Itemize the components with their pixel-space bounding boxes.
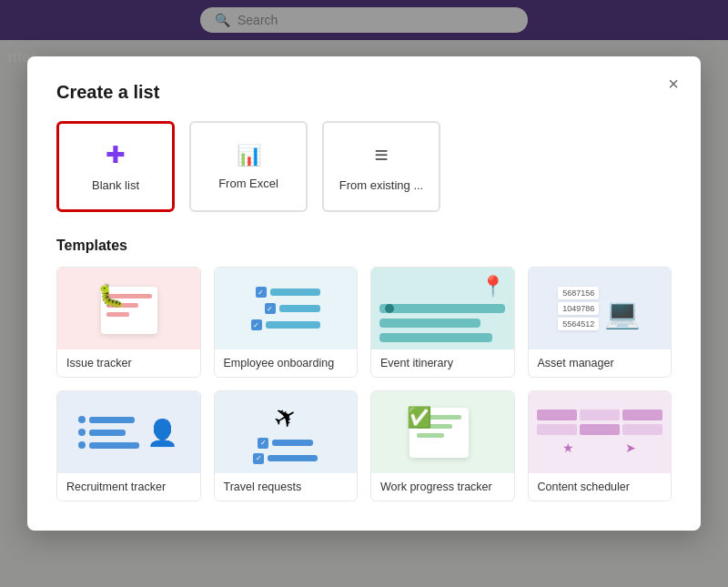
work-progress-tracker-label: Work progress tracker xyxy=(371,473,514,501)
issue-tracker-label: Issue tracker xyxy=(57,349,200,377)
modal-close-button[interactable]: × xyxy=(668,75,679,93)
arrow-right-icon: ➤ xyxy=(625,440,636,455)
person-icon: 👤 xyxy=(147,418,178,448)
content-scheduler-thumb: ★ ➤ xyxy=(529,391,672,473)
templates-grid: 🐛 Issue tracker ✓ xyxy=(56,267,672,501)
recruitment-tracker-thumb: 👤 xyxy=(57,391,200,473)
templates-section-title: Templates xyxy=(56,238,672,254)
create-options-row: ✚ Blank list 📊 From Excel ≡ From existin… xyxy=(56,121,672,212)
travel-requests-label: Travel requests xyxy=(215,473,358,501)
star-icon: ★ xyxy=(562,440,574,455)
from-existing-label: From existing ... xyxy=(339,178,423,192)
device-icon: 💻 xyxy=(604,296,641,330)
modal-title: Create a list xyxy=(56,82,672,103)
blank-list-option[interactable]: ✚ Blank list xyxy=(56,121,175,212)
blank-list-label: Blank list xyxy=(92,178,139,192)
check-icon: ✓ xyxy=(265,303,276,314)
plus-icon: ✚ xyxy=(106,141,126,169)
location-pin-icon: 📍 xyxy=(480,275,505,299)
travel-requests-thumb: ✈ ✓ ✓ xyxy=(215,391,358,473)
template-asset-manager[interactable]: 5687156 1049786 5564512 💻 Asset manager xyxy=(528,267,672,378)
employee-onboarding-thumb: ✓ ✓ ✓ xyxy=(215,268,358,349)
work-progress-thumb: ✅ xyxy=(371,391,514,473)
event-itinerary-label: Event itinerary xyxy=(371,349,514,377)
employee-onboarding-label: Employee onboarding xyxy=(215,349,358,377)
from-excel-label: From Excel xyxy=(218,177,278,190)
event-itinerary-thumb: 📍 xyxy=(371,268,514,349)
template-work-progress-tracker[interactable]: ✅ Work progress tracker xyxy=(370,390,515,501)
asset-manager-label: Asset manager xyxy=(529,349,672,377)
from-existing-option[interactable]: ≡ From existing ... xyxy=(322,121,440,212)
template-issue-tracker[interactable]: 🐛 Issue tracker xyxy=(56,267,201,378)
recruitment-tracker-label: Recruitment tracker xyxy=(57,473,200,501)
from-excel-option[interactable]: 📊 From Excel xyxy=(189,121,308,212)
issue-tracker-thumb: 🐛 xyxy=(57,268,200,349)
template-travel-requests[interactable]: ✈ ✓ ✓ Travel requests xyxy=(214,390,359,501)
check-icon: ✓ xyxy=(251,319,262,330)
list-icon: ≡ xyxy=(374,141,388,169)
excel-icon: 📊 xyxy=(237,144,261,167)
content-scheduler-label: Content scheduler xyxy=(529,473,672,501)
bug-icon: 🐛 xyxy=(97,283,125,309)
create-list-modal: Create a list × ✚ Blank list 📊 From Exce… xyxy=(27,56,701,531)
template-recruitment-tracker[interactable]: 👤 Recruitment tracker xyxy=(56,390,201,501)
template-employee-onboarding[interactable]: ✓ ✓ ✓ xyxy=(214,267,359,378)
modal-overlay: Create a list × ✚ Blank list 📊 From Exce… xyxy=(0,0,728,587)
airplane-icon: ✈ xyxy=(268,398,303,437)
asset-manager-thumb: 5687156 1049786 5564512 💻 xyxy=(529,268,672,349)
check-icon: ✓ xyxy=(256,287,267,298)
template-event-itinerary[interactable]: 📍 Event itinerary xyxy=(370,267,515,378)
checkmark-icon: ✅ xyxy=(407,406,431,430)
template-content-scheduler[interactable]: ★ ➤ Content scheduler xyxy=(528,390,672,501)
